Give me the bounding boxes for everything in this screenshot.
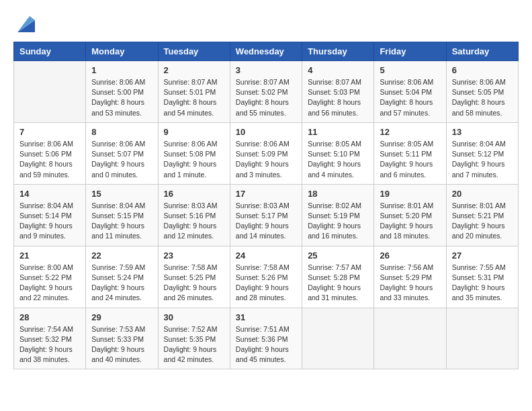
day-cell: 7Sunrise: 8:06 AM Sunset: 5:06 PM Daylig… [14, 122, 86, 184]
day-info: Sunrise: 8:07 AM Sunset: 5:01 PM Dayligh… [164, 77, 224, 118]
day-number: 29 [91, 312, 152, 322]
day-info: Sunrise: 7:56 AM Sunset: 5:29 PM Dayligh… [380, 263, 440, 304]
day-info: Sunrise: 8:04 AM Sunset: 5:15 PM Dayligh… [91, 201, 152, 242]
day-number: 25 [308, 250, 368, 261]
day-number: 6 [452, 65, 513, 75]
day-cell: 15Sunrise: 8:04 AM Sunset: 5:15 PM Dayli… [86, 184, 158, 246]
day-cell: 26Sunrise: 7:56 AM Sunset: 5:29 PM Dayli… [374, 246, 446, 308]
day-cell: 23Sunrise: 7:58 AM Sunset: 5:25 PM Dayli… [158, 246, 230, 308]
day-info: Sunrise: 8:05 AM Sunset: 5:10 PM Dayligh… [308, 139, 368, 180]
day-cell: 18Sunrise: 8:02 AM Sunset: 5:19 PM Dayli… [302, 184, 374, 246]
day-cell: 1Sunrise: 8:06 AM Sunset: 5:00 PM Daylig… [86, 61, 158, 123]
day-info: Sunrise: 8:06 AM Sunset: 5:07 PM Dayligh… [91, 139, 152, 180]
weekday-header-tuesday: Tuesday [158, 42, 230, 61]
day-cell: 27Sunrise: 7:55 AM Sunset: 5:31 PM Dayli… [446, 246, 518, 308]
day-info: Sunrise: 8:04 AM Sunset: 5:14 PM Dayligh… [19, 201, 80, 242]
day-cell: 30Sunrise: 7:52 AM Sunset: 5:35 PM Dayli… [158, 308, 230, 369]
day-info: Sunrise: 8:00 AM Sunset: 5:22 PM Dayligh… [19, 263, 80, 304]
weekday-header-thursday: Thursday [302, 42, 374, 61]
day-number: 5 [380, 65, 440, 75]
day-info: Sunrise: 7:59 AM Sunset: 5:24 PM Dayligh… [91, 263, 152, 304]
week-row-2: 7Sunrise: 8:06 AM Sunset: 5:06 PM Daylig… [14, 122, 519, 184]
day-info: Sunrise: 8:02 AM Sunset: 5:19 PM Dayligh… [308, 201, 368, 242]
day-info: Sunrise: 8:07 AM Sunset: 5:03 PM Dayligh… [308, 77, 368, 118]
day-number: 9 [164, 127, 224, 137]
day-info: Sunrise: 7:51 AM Sunset: 5:36 PM Dayligh… [236, 324, 296, 365]
day-number: 13 [452, 127, 513, 137]
day-info: Sunrise: 8:04 AM Sunset: 5:12 PM Dayligh… [452, 139, 513, 180]
day-info: Sunrise: 8:07 AM Sunset: 5:02 PM Dayligh… [236, 77, 296, 118]
day-cell: 10Sunrise: 8:06 AM Sunset: 5:09 PM Dayli… [230, 122, 302, 184]
day-cell: 24Sunrise: 7:58 AM Sunset: 5:26 PM Dayli… [230, 246, 302, 308]
day-info: Sunrise: 7:55 AM Sunset: 5:31 PM Dayligh… [452, 263, 513, 304]
day-number: 1 [91, 65, 152, 75]
day-number: 18 [308, 189, 368, 199]
day-cell: 17Sunrise: 8:03 AM Sunset: 5:17 PM Dayli… [230, 184, 302, 246]
day-info: Sunrise: 7:58 AM Sunset: 5:25 PM Dayligh… [164, 263, 224, 304]
day-info: Sunrise: 8:01 AM Sunset: 5:20 PM Dayligh… [380, 201, 440, 242]
day-number: 11 [308, 127, 368, 137]
day-cell [446, 308, 518, 369]
day-cell: 8Sunrise: 8:06 AM Sunset: 5:07 PM Daylig… [86, 122, 158, 184]
day-number: 3 [236, 65, 296, 75]
day-info: Sunrise: 7:52 AM Sunset: 5:35 PM Dayligh… [164, 324, 224, 365]
day-cell: 13Sunrise: 8:04 AM Sunset: 5:12 PM Dayli… [446, 122, 518, 184]
day-cell: 20Sunrise: 8:01 AM Sunset: 5:21 PM Dayli… [446, 184, 518, 246]
day-number: 14 [19, 189, 80, 199]
day-cell: 5Sunrise: 8:06 AM Sunset: 5:04 PM Daylig… [374, 61, 446, 123]
day-info: Sunrise: 8:06 AM Sunset: 5:08 PM Dayligh… [164, 139, 224, 180]
day-cell [374, 308, 446, 369]
day-number: 22 [91, 250, 152, 261]
day-cell [14, 61, 86, 123]
day-cell: 21Sunrise: 8:00 AM Sunset: 5:22 PM Dayli… [14, 246, 86, 308]
day-info: Sunrise: 8:03 AM Sunset: 5:17 PM Dayligh… [236, 201, 296, 242]
logo-icon [16, 13, 36, 34]
day-number: 15 [91, 189, 152, 199]
day-cell: 28Sunrise: 7:54 AM Sunset: 5:32 PM Dayli… [14, 308, 86, 369]
day-info: Sunrise: 7:53 AM Sunset: 5:33 PM Dayligh… [91, 324, 152, 365]
day-cell: 25Sunrise: 7:57 AM Sunset: 5:28 PM Dayli… [302, 246, 374, 308]
week-row-3: 14Sunrise: 8:04 AM Sunset: 5:14 PM Dayli… [14, 184, 519, 246]
day-cell: 14Sunrise: 8:04 AM Sunset: 5:14 PM Dayli… [14, 184, 86, 246]
day-number: 23 [164, 250, 224, 261]
day-info: Sunrise: 8:06 AM Sunset: 5:09 PM Dayligh… [236, 139, 296, 180]
day-number: 4 [308, 65, 368, 75]
day-number: 8 [91, 127, 152, 137]
day-info: Sunrise: 8:06 AM Sunset: 5:06 PM Dayligh… [19, 139, 80, 180]
week-row-4: 21Sunrise: 8:00 AM Sunset: 5:22 PM Dayli… [14, 246, 519, 308]
day-cell: 9Sunrise: 8:06 AM Sunset: 5:08 PM Daylig… [158, 122, 230, 184]
day-number: 27 [452, 250, 513, 261]
day-info: Sunrise: 7:58 AM Sunset: 5:26 PM Dayligh… [236, 263, 296, 304]
day-cell: 12Sunrise: 8:05 AM Sunset: 5:11 PM Dayli… [374, 122, 446, 184]
day-cell: 3Sunrise: 8:07 AM Sunset: 5:02 PM Daylig… [230, 61, 302, 123]
day-info: Sunrise: 8:03 AM Sunset: 5:16 PM Dayligh… [164, 201, 224, 242]
day-info: Sunrise: 8:05 AM Sunset: 5:11 PM Dayligh… [380, 139, 440, 180]
weekday-header-row: SundayMondayTuesdayWednesdayThursdayFrid… [14, 42, 519, 61]
day-number: 16 [164, 189, 224, 199]
day-info: Sunrise: 8:01 AM Sunset: 5:21 PM Dayligh… [452, 201, 513, 242]
weekday-header-wednesday: Wednesday [230, 42, 302, 61]
day-number: 12 [380, 127, 440, 137]
weekday-header-monday: Monday [86, 42, 158, 61]
day-cell: 31Sunrise: 7:51 AM Sunset: 5:36 PM Dayli… [230, 308, 302, 369]
day-number: 20 [452, 189, 513, 199]
day-cell: 22Sunrise: 7:59 AM Sunset: 5:24 PM Dayli… [86, 246, 158, 308]
week-row-5: 28Sunrise: 7:54 AM Sunset: 5:32 PM Dayli… [14, 308, 519, 369]
day-cell [302, 308, 374, 369]
day-number: 31 [236, 312, 296, 322]
day-number: 28 [19, 312, 80, 322]
logo [13, 13, 36, 31]
day-cell: 6Sunrise: 8:06 AM Sunset: 5:05 PM Daylig… [446, 61, 518, 123]
day-number: 26 [380, 250, 440, 261]
day-number: 21 [19, 250, 80, 261]
day-info: Sunrise: 8:06 AM Sunset: 5:00 PM Dayligh… [91, 77, 152, 118]
day-number: 19 [380, 189, 440, 199]
day-number: 30 [164, 312, 224, 322]
day-info: Sunrise: 7:57 AM Sunset: 5:28 PM Dayligh… [308, 263, 368, 304]
weekday-header-saturday: Saturday [446, 42, 518, 61]
day-number: 17 [236, 189, 296, 199]
day-cell: 19Sunrise: 8:01 AM Sunset: 5:20 PM Dayli… [374, 184, 446, 246]
week-row-1: 1Sunrise: 8:06 AM Sunset: 5:00 PM Daylig… [14, 61, 519, 123]
weekday-header-sunday: Sunday [14, 42, 86, 61]
calendar-table: SundayMondayTuesdayWednesdayThursdayFrid… [13, 42, 519, 369]
